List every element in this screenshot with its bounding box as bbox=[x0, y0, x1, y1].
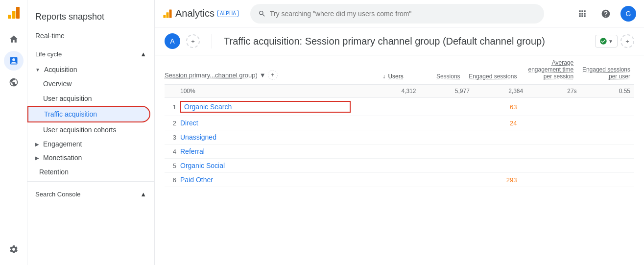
row-dimension[interactable]: Organic Social bbox=[180, 162, 351, 169]
summary-engaged-per-user: 0.55 bbox=[581, 88, 634, 95]
col-header-sessions: Sessions bbox=[407, 73, 464, 80]
app-name: Analytics bbox=[175, 8, 215, 19]
apps-grid-icon[interactable] bbox=[573, 5, 591, 23]
table-row: 6Paid Other293 bbox=[165, 173, 634, 187]
app-logo-area: Analytics ALPHA bbox=[163, 8, 239, 19]
summary-dim-label: 100% bbox=[165, 88, 351, 95]
lifecycle-chevron-up-icon: ▲ bbox=[140, 50, 146, 58]
row-dimension[interactable]: Unassigned bbox=[180, 133, 351, 141]
nav-icon-reports[interactable] bbox=[4, 51, 24, 71]
search-console-header[interactable]: Search Console ▲ bbox=[35, 188, 146, 201]
svg-rect-0 bbox=[8, 15, 11, 19]
summary-engaged-sessions: 2,364 bbox=[474, 88, 527, 95]
nav-icon-settings[interactable] bbox=[4, 240, 24, 259]
col-header-engaged-per-user: Engaged sessions per user bbox=[577, 66, 634, 80]
report-account-avatar: A bbox=[165, 33, 180, 49]
row-dimension[interactable]: Organic Search bbox=[180, 101, 351, 113]
add-comparison-button[interactable]: + bbox=[186, 34, 200, 48]
search-input[interactable] bbox=[270, 10, 536, 18]
check-circle-icon bbox=[599, 37, 607, 45]
svg-rect-4 bbox=[167, 12, 169, 18]
report-area: A + Traffic acquisition: Session primary… bbox=[155, 27, 644, 265]
sidebar-monetisation-header[interactable]: ▶ Monetisation bbox=[27, 151, 154, 165]
search-console-section: Search Console ▲ bbox=[27, 184, 154, 203]
row-dimension[interactable]: Direct bbox=[180, 119, 351, 127]
col-header-users: ↓ Users bbox=[351, 73, 407, 80]
table-row: 4Referral bbox=[165, 145, 634, 159]
table-row: 5Organic Social bbox=[165, 159, 634, 173]
top-bar-actions: G bbox=[573, 5, 636, 23]
row-number: 5 bbox=[165, 162, 180, 169]
svg-rect-5 bbox=[169, 9, 172, 18]
main-content: Analytics ALPHA G A + Traffic acquisitio bbox=[155, 0, 644, 265]
dropdown-chevron-icon: ▼ bbox=[608, 39, 613, 44]
monetisation-arrow-icon: ▶ bbox=[35, 155, 39, 161]
dimension-label[interactable]: Session primary...channel group) bbox=[165, 72, 258, 79]
sidebar-item-retention[interactable]: Retention bbox=[27, 165, 150, 179]
report-add-button[interactable]: + bbox=[620, 34, 634, 48]
table-container: Session primary...channel group) ▼ + ↓ U… bbox=[155, 55, 644, 187]
table-header-row: Session primary...channel group) ▼ + ↓ U… bbox=[165, 55, 634, 85]
acquisition-arrow-icon: ▼ bbox=[35, 67, 40, 72]
search-bar[interactable] bbox=[250, 4, 544, 24]
report-header: A + Traffic acquisition: Session primary… bbox=[155, 27, 644, 55]
row-number: 2 bbox=[165, 120, 180, 127]
dimension-column-header: Session primary...channel group) ▼ + bbox=[165, 70, 351, 80]
row-number: 6 bbox=[165, 176, 180, 184]
col-header-engaged-sessions: Engaged sessions bbox=[464, 73, 521, 80]
summary-avg-engagement: 27s bbox=[527, 88, 580, 95]
help-icon[interactable] bbox=[597, 5, 615, 23]
nav-icon-home[interactable] bbox=[4, 29, 24, 49]
analytics-logo-icon bbox=[163, 9, 172, 19]
row-engaged-sessions: 63 bbox=[464, 103, 521, 111]
svg-rect-2 bbox=[16, 7, 20, 19]
top-bar: Analytics ALPHA G bbox=[155, 0, 644, 27]
sidebar-lifecycle-header[interactable]: Life cycle ▲ bbox=[35, 48, 146, 61]
account-avatar[interactable]: G bbox=[620, 6, 636, 22]
sort-arrow-icon: ↓ bbox=[382, 73, 387, 80]
row-number: 1 bbox=[165, 103, 180, 111]
icon-rail bbox=[0, 0, 27, 265]
header-divider bbox=[212, 34, 212, 48]
sidebar-item-user-acquisition[interactable]: User acquisition bbox=[27, 91, 150, 106]
row-number: 4 bbox=[165, 148, 180, 155]
report-status-dropdown[interactable]: ▼ bbox=[595, 35, 618, 48]
row-number: 3 bbox=[165, 134, 180, 141]
search-console-chevron-icon: ▲ bbox=[140, 191, 146, 198]
sidebar-item-overview[interactable]: Overview bbox=[27, 76, 150, 91]
sidebar: Reports snapshot Real-time Life cycle ▲ … bbox=[27, 0, 155, 265]
svg-rect-3 bbox=[163, 15, 166, 18]
svg-rect-1 bbox=[12, 11, 15, 19]
row-dimension[interactable]: Referral bbox=[180, 147, 351, 155]
sidebar-item-realtime[interactable]: Real-time bbox=[27, 28, 154, 44]
search-icon bbox=[258, 10, 266, 18]
engagement-arrow-icon: ▶ bbox=[35, 142, 39, 147]
logo bbox=[5, 4, 23, 22]
table-row: 3Unassigned bbox=[165, 130, 634, 145]
col-header-avg-engagement: Average engagement time per session bbox=[521, 59, 577, 80]
table-row: 1Organic Search63 bbox=[165, 98, 634, 116]
sidebar-acquisition-header[interactable]: ▼ Acquisition bbox=[27, 63, 154, 76]
table-row: 2Direct24 bbox=[165, 116, 634, 130]
sidebar-header: Reports snapshot bbox=[27, 0, 154, 28]
summary-sessions: 5,977 bbox=[420, 88, 473, 95]
sidebar-engagement-header[interactable]: ▶ Engagement bbox=[27, 137, 154, 151]
row-engaged-sessions: 293 bbox=[464, 176, 521, 184]
nav-icon-explore[interactable] bbox=[4, 72, 24, 92]
sidebar-item-traffic-acquisition[interactable]: Traffic acquisition bbox=[27, 106, 150, 122]
alpha-badge: ALPHA bbox=[217, 10, 239, 17]
report-title: Traffic acquisition: Session primary cha… bbox=[224, 36, 589, 47]
summary-row: 100% 4,312 5,977 2,364 27s 0.55 bbox=[165, 85, 634, 98]
summary-users: 4,312 bbox=[366, 88, 420, 95]
row-engaged-sessions: 24 bbox=[464, 120, 521, 127]
sidebar-item-user-acquisition-cohorts[interactable]: User acquisition cohorts bbox=[27, 122, 150, 137]
data-rows-container: 1Organic Search632Direct243Unassigned4Re… bbox=[165, 98, 634, 187]
sidebar-lifecycle-section: Life cycle ▲ bbox=[27, 44, 154, 63]
row-dimension[interactable]: Paid Other bbox=[180, 176, 351, 184]
report-title-actions: ▼ + bbox=[595, 34, 634, 48]
dimension-filter-button[interactable]: ▼ bbox=[260, 72, 266, 79]
add-column-button[interactable]: + bbox=[268, 70, 278, 80]
sidebar-reports-snapshot[interactable]: Reports snapshot bbox=[35, 8, 146, 24]
